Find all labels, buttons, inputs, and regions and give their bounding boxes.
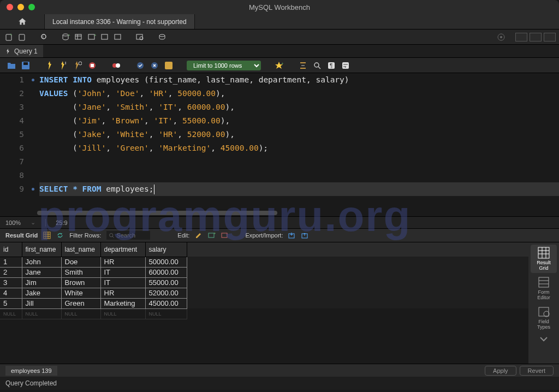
execute-current-button[interactable]: I bbox=[58, 60, 70, 72]
toggle-sidebar-button[interactable] bbox=[515, 33, 527, 41]
reconnect-button[interactable] bbox=[156, 31, 168, 43]
find-button[interactable] bbox=[311, 60, 323, 72]
table-row[interactable]: 5JillGreenMarketing45000.00 bbox=[0, 298, 528, 308]
main-toolbar: + i + + bbox=[0, 29, 559, 45]
svg-text:¶: ¶ bbox=[330, 63, 332, 69]
grid-icon[interactable] bbox=[43, 231, 51, 239]
revert-button[interactable]: Revert bbox=[520, 366, 554, 376]
titlebar: MySQL Workbench bbox=[0, 0, 559, 14]
column-header[interactable]: id bbox=[0, 242, 22, 257]
delete-row-icon[interactable]: - bbox=[221, 231, 229, 239]
result-grid[interactable]: idfirst_namelast_namedepartmentsalary1Jo… bbox=[0, 242, 528, 364]
query-tab[interactable]: Query 1 bbox=[0, 45, 43, 57]
svg-text:+: + bbox=[68, 33, 70, 38]
zoom-indicator[interactable]: 100% bbox=[5, 219, 21, 226]
stop-button[interactable] bbox=[86, 60, 98, 72]
svg-rect-35 bbox=[342, 62, 349, 69]
save-file-button[interactable] bbox=[20, 60, 32, 72]
execute-button[interactable] bbox=[44, 60, 56, 72]
wrap-button[interactable] bbox=[340, 60, 352, 72]
side-panel-form-editor[interactable]: Form Editor bbox=[531, 274, 557, 302]
svg-rect-12 bbox=[102, 34, 108, 39]
svg-line-32 bbox=[318, 67, 320, 69]
connection-tabs: Local instance 3306 - Warning - not supp… bbox=[0, 14, 559, 29]
query-tab-bar: Query 1 bbox=[0, 45, 559, 58]
svg-rect-20 bbox=[23, 62, 28, 65]
import-icon[interactable] bbox=[301, 231, 309, 239]
result-tab-bar: employees 139 Apply Revert bbox=[0, 364, 559, 377]
svg-rect-2 bbox=[19, 34, 25, 40]
create-procedure-button[interactable] bbox=[99, 31, 111, 43]
svg-point-18 bbox=[500, 36, 502, 38]
invisible-chars-button[interactable]: ¶ bbox=[325, 60, 337, 72]
favorite-button[interactable]: + bbox=[273, 60, 285, 72]
line-gutter: 123456789 bbox=[0, 73, 28, 211]
status-text: Query Completed bbox=[5, 379, 57, 387]
svg-text:+: + bbox=[281, 61, 283, 66]
toggle-no-limit-button[interactable] bbox=[110, 60, 122, 72]
toggle-output-button[interactable] bbox=[544, 33, 556, 41]
svg-point-16 bbox=[159, 34, 165, 37]
table-row[interactable]: 2JaneSmithIT60000.00 bbox=[0, 267, 528, 277]
create-table-button[interactable] bbox=[73, 31, 85, 43]
svg-text:+: + bbox=[94, 33, 97, 38]
beautify-button[interactable] bbox=[297, 60, 309, 72]
horizontal-scrollbar[interactable] bbox=[37, 211, 559, 216]
table-row[interactable]: 4JakeWhiteHR52000.00 bbox=[0, 288, 528, 298]
svg-line-42 bbox=[112, 236, 114, 237]
add-row-icon[interactable]: + bbox=[208, 231, 216, 239]
open-sql-button[interactable] bbox=[16, 31, 28, 43]
commit-button[interactable] bbox=[134, 60, 146, 72]
home-tab[interactable] bbox=[0, 14, 45, 29]
svg-rect-49 bbox=[538, 247, 549, 258]
export-icon[interactable] bbox=[288, 231, 296, 239]
side-panel-field-types[interactable]: Field Types bbox=[531, 304, 557, 332]
explain-button[interactable] bbox=[72, 60, 84, 72]
autocommit-button[interactable] bbox=[163, 60, 175, 72]
column-header[interactable]: last_name bbox=[61, 242, 100, 257]
result-label: Result Grid bbox=[5, 232, 38, 239]
breakpoint-gutter bbox=[28, 73, 37, 211]
window-title: MySQL Workbench bbox=[0, 3, 559, 11]
result-tab[interactable]: employees 139 bbox=[5, 366, 57, 376]
limit-select[interactable]: Limit to 1000 rows bbox=[187, 61, 261, 70]
svg-rect-54 bbox=[539, 277, 549, 287]
result-side-panel: Result GridForm EditorField Types bbox=[528, 242, 559, 364]
inspector-button[interactable]: i bbox=[38, 31, 50, 43]
column-header[interactable]: department bbox=[100, 242, 145, 257]
export-label: Export/Import: bbox=[245, 232, 283, 239]
svg-rect-36 bbox=[44, 232, 50, 239]
svg-text:+: + bbox=[213, 231, 216, 236]
svg-text:I: I bbox=[65, 61, 66, 66]
create-function-button[interactable] bbox=[112, 31, 124, 43]
svg-rect-24 bbox=[91, 64, 94, 67]
result-toolbar: Result Grid Filter Rows: Edit: + - Expor… bbox=[0, 228, 559, 242]
table-row[interactable]: 3JimBrownIT55000.00 bbox=[0, 277, 528, 288]
sql-editor[interactable]: 123456789 INSERT INTO employees (first_n… bbox=[0, 73, 559, 211]
table-row[interactable]: 1JohnDoeHR50000.00 bbox=[0, 257, 528, 267]
new-sql-tab-button[interactable]: + bbox=[3, 31, 15, 43]
svg-point-31 bbox=[314, 63, 319, 67]
column-header[interactable]: first_name bbox=[22, 242, 61, 257]
connection-tab[interactable]: Local instance 3306 - Warning - not supp… bbox=[45, 14, 195, 29]
open-file-button[interactable] bbox=[5, 60, 17, 72]
null-row[interactable]: NULLNULLNULLNULLNULL bbox=[0, 308, 528, 319]
svg-rect-13 bbox=[115, 34, 121, 39]
edit-row-icon[interactable] bbox=[195, 231, 203, 239]
create-schema-button[interactable]: + bbox=[60, 31, 72, 43]
status-bar: Query Completed bbox=[0, 377, 559, 390]
rollback-button[interactable] bbox=[148, 60, 160, 72]
toggle-secondary-sidebar-button[interactable] bbox=[530, 33, 542, 41]
apply-button[interactable]: Apply bbox=[485, 366, 516, 376]
svg-text:-: - bbox=[227, 231, 228, 236]
cursor-position: 25:9 bbox=[56, 219, 67, 226]
chevron-down-icon[interactable] bbox=[538, 335, 549, 345]
search-table-button[interactable] bbox=[134, 31, 146, 43]
side-panel-result-grid[interactable]: Result Grid bbox=[531, 245, 557, 273]
refresh-icon[interactable] bbox=[56, 231, 64, 239]
svg-text:+: + bbox=[10, 33, 12, 37]
code-area[interactable]: INSERT INTO employees (first_name, last_… bbox=[37, 73, 559, 211]
create-view-button[interactable]: + bbox=[86, 31, 98, 43]
settings-icon[interactable] bbox=[497, 33, 506, 41]
column-header[interactable]: salary bbox=[145, 242, 187, 257]
